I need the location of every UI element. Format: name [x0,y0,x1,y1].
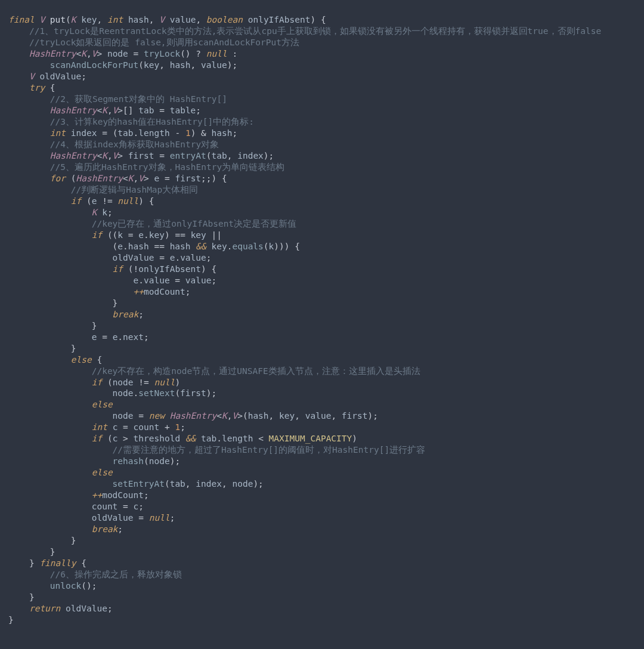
code-line: unlock(); [8,581,97,591]
code-line: } [8,298,117,308]
code-line: e.value = value; [8,276,216,285]
code-line: rehash(node); [8,456,180,466]
code-line: //2、获取Segment对象中的 HashEntry[] [8,94,227,104]
code-line: HashEntry<K,V>[] tab = table; [8,106,201,115]
code-line: } [8,321,97,330]
code-line: HashEntry<K,V> first = entryAt(tab, inde… [8,151,274,160]
code-line: } [8,592,35,602]
code-line: count = c; [8,502,144,511]
code-line: return oldValue; [8,604,113,613]
code-block: final V put(K key, int hash, V value, bo… [0,0,644,634]
code-line: HashEntry<K,V> node = tryLock() ? null : [8,49,237,58]
code-line: V oldValue; [8,72,86,81]
code-line: } [8,344,76,353]
code-line: node = new HashEntry<K,V>(hash, key, val… [8,411,378,421]
code-line: //判断逻辑与HashMap大体相同 [8,185,198,194]
code-line: //6、操作完成之后，释放对象锁 [8,570,182,579]
code-line: else { [8,355,102,364]
code-line: oldValue = e.value; [8,253,212,262]
code-line: scanAndLockForPut(key, hash, value); [8,60,237,70]
code-line: //4、根据index角标获取HashEntry对象 [8,140,219,149]
code-line: oldValue = null; [8,513,175,523]
code-line: else [8,400,113,409]
code-line: //需要注意的地方，超过了HashEntry[]的阈值时，对HashEntry[… [8,445,425,455]
code-line: if (node != null) [8,378,180,387]
code-line: node.setNext(first); [8,388,216,398]
code-line: ++modCount; [8,490,149,500]
code-line: ++modCount; [8,287,191,296]
code-line: final V put(K key, int hash, V value, bo… [8,15,326,24]
code-line: K k; [8,208,113,217]
code-line: if (e != null) { [8,196,154,206]
code-line: e = e.next; [8,332,149,342]
code-line: if (!onlyIfAbsent) { [8,264,216,274]
code-line: //3、计算key的hash值在HashEntry[]中的角标: [8,117,254,126]
code-line: else [8,468,113,477]
code-line: if ((k = e.key) == key || [8,230,222,240]
code-line: } finally { [8,558,86,568]
code-line: try { [8,83,55,92]
code-line: //5、遍历此HashEntry对象，HashEntry为单向链表结构 [8,162,284,172]
code-line: } [8,615,14,625]
code-line: break; [8,310,144,319]
code-line: setEntryAt(tab, index, node); [8,479,264,489]
code-line: int index = (tab.length - 1) & hash; [8,128,237,138]
code-line: int c = count + 1; [8,422,185,432]
code-line: if (c > threshold && tab.length < MAXIMU… [8,434,357,443]
code-line: //tryLock如果返回的是 false,则调用scanAndLockForP… [8,38,299,47]
code-line: (e.hash == hash && key.equals(k))) { [8,242,300,251]
code-line: //key已存在，通过onlyIfAbsent决定是否更新值 [8,219,296,228]
code-line: //key不存在，构造node节点，通过UNSAFE类插入节点，注意：这里插入是… [8,366,420,376]
code-line: } [8,547,55,557]
code-line: break; [8,524,123,534]
code-line: //1、tryLock是ReentrantLock类中的方法,表示尝试从cpu手… [8,26,601,36]
code-line: } [8,536,76,545]
code-line: for (HashEntry<K,V> e = first;;) { [8,174,227,183]
